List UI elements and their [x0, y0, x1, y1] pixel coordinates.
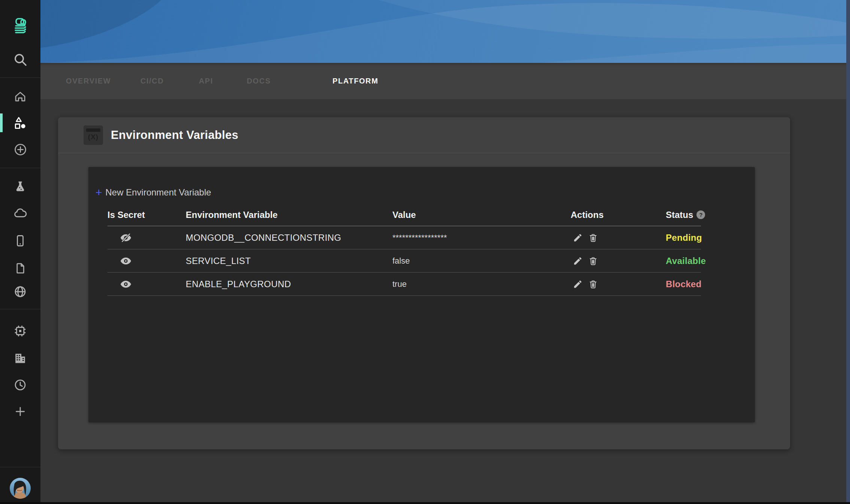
eye-icon [120, 255, 132, 267]
sidebar-divider [0, 467, 40, 467]
sidebar-item-global[interactable] [0, 285, 40, 299]
variable-name: ENABLE_PLAYGROUND [186, 279, 392, 289]
status-badge: Blocked [666, 279, 701, 289]
pencil-icon [573, 233, 583, 243]
sidebar-item-mobile[interactable] [0, 233, 40, 248]
table-header-row: Is Secret Environment Variable Value Act… [107, 204, 701, 226]
new-environment-variable-button[interactable]: + New Environment Variable [95, 187, 211, 198]
edit-button[interactable] [573, 279, 583, 289]
status-help-icon[interactable]: ? [696, 210, 705, 219]
hero-banner [40, 0, 846, 63]
bottom-edge-bar [0, 502, 850, 504]
variable-value: true [392, 279, 571, 289]
tab-platform[interactable]: PLATFORM [333, 63, 378, 99]
clock-icon [13, 378, 27, 392]
sidebar-item-home[interactable] [0, 89, 40, 104]
header-environment-variable: Environment Variable [186, 210, 392, 220]
environment-variables-card: (X) Environment Variables + New Environm… [58, 117, 790, 449]
plus-icon [14, 405, 27, 418]
building-icon [13, 351, 27, 365]
variable-name: SERVICE_LIST [186, 256, 392, 266]
sidebar-item-experiments[interactable] [0, 179, 40, 194]
variable-value: false [392, 256, 571, 266]
document-icon [14, 262, 27, 275]
chip-icon [13, 324, 27, 338]
header-status: Status ? [666, 210, 705, 220]
header-actions: Actions [571, 210, 666, 220]
variable-name: MONGODB__CONNECTIONSTRING [186, 233, 392, 243]
sidebar-item-history[interactable] [0, 377, 40, 392]
tab-docs[interactable]: DOCS [247, 63, 271, 99]
trash-icon [588, 256, 598, 266]
cloud-icon [13, 206, 27, 221]
tab-api[interactable]: API [199, 63, 213, 99]
secret-toggle[interactable] [120, 255, 132, 267]
page-title: Environment Variables [111, 117, 239, 153]
sidebar-divider [0, 309, 40, 309]
card-header: (X) Environment Variables [58, 117, 790, 153]
sidebar-item-new[interactable] [0, 404, 40, 419]
app-logo[interactable] [0, 17, 40, 35]
header-value: Value [392, 210, 571, 220]
delete-button[interactable] [588, 233, 598, 243]
sidebar [0, 0, 40, 504]
avatar-photo [10, 478, 31, 499]
tab-bar: OVERVIEW CI/CD API DOCS PLATFORM [40, 63, 846, 99]
sidebar-item-add[interactable] [0, 142, 40, 157]
status-badge: Available [666, 256, 706, 266]
sidebar-divider [0, 78, 40, 78]
globe-icon [13, 285, 27, 298]
shapes-icon [13, 116, 27, 130]
edit-button[interactable] [573, 233, 583, 243]
secret-toggle[interactable] [120, 232, 132, 244]
table-row: SERVICE_LIST false [107, 249, 701, 273]
delete-button[interactable] [588, 279, 598, 289]
sidebar-item-organization[interactable] [0, 350, 40, 365]
variables-table: Is Secret Environment Variable Value Act… [107, 204, 701, 296]
delete-button[interactable] [588, 256, 598, 266]
sidebar-divider [0, 168, 40, 168]
secret-toggle[interactable] [120, 278, 132, 290]
stack-logo-icon [12, 18, 29, 35]
sidebar-item-chip[interactable] [0, 324, 40, 338]
flask-icon [13, 180, 27, 194]
mobile-phone-icon [13, 234, 27, 248]
variables-panel: + New Environment Variable Is Secret Env… [88, 167, 755, 422]
plus-glyph: + [95, 187, 102, 198]
sidebar-item-services[interactable] [0, 116, 40, 131]
pencil-icon [573, 256, 583, 266]
table-row: MONGODB__CONNECTIONSTRING **************… [107, 226, 701, 249]
search-button[interactable] [0, 52, 40, 67]
plus-circle-icon [13, 143, 27, 157]
trash-icon [588, 279, 598, 289]
table-row: ENABLE_PLAYGROUND true [107, 273, 701, 296]
eye-icon [120, 278, 132, 290]
sidebar-item-cloud[interactable] [0, 206, 40, 221]
home-icon [13, 90, 27, 103]
header-is-secret: Is Secret [107, 210, 186, 220]
trash-icon [588, 233, 598, 243]
sidebar-item-documents[interactable] [0, 261, 40, 276]
tab-cicd[interactable]: CI/CD [140, 63, 164, 99]
banner-wave-graphic [40, 0, 846, 63]
variable-value: ***************** [392, 233, 571, 243]
status-badge: Pending [666, 233, 702, 243]
pencil-icon [573, 279, 583, 289]
scrollbar-track[interactable] [846, 0, 850, 504]
tab-overview[interactable]: OVERVIEW [66, 63, 111, 99]
edit-button[interactable] [573, 256, 583, 266]
env-icon-glyph: (X) [84, 133, 103, 141]
env-variables-icon: (X) [84, 125, 103, 145]
search-icon [13, 52, 28, 67]
new-environment-variable-label: New Environment Variable [106, 187, 211, 198]
eye-off-icon [120, 232, 132, 244]
user-avatar[interactable] [10, 478, 31, 499]
app-window: OVERVIEW CI/CD API DOCS PLATFORM (X) Env… [0, 0, 850, 504]
